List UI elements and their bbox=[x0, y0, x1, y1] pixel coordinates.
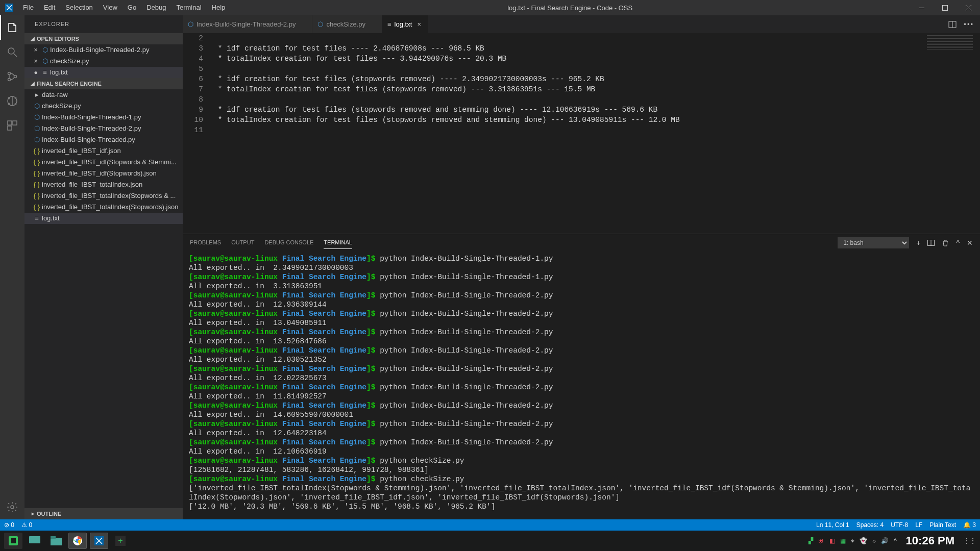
kill-terminal-icon[interactable] bbox=[942, 239, 949, 246]
terminal-selector[interactable]: 1: bash bbox=[838, 237, 909, 248]
open-editors-section[interactable]: ◢ OPEN EDITORS bbox=[24, 33, 183, 44]
file-label: inverted_file_IBST_idf(Stopwords & Stemm… bbox=[42, 157, 177, 168]
file-tree-item[interactable]: { }inverted_file_IBST_totalIndex(Stopwor… bbox=[24, 190, 183, 202]
editor-tab[interactable]: ⬡checkSize.py× bbox=[312, 15, 382, 33]
project-section[interactable]: ◢ FINAL SEARCH ENGINE bbox=[24, 78, 183, 89]
close-button[interactable] bbox=[957, 0, 980, 15]
add-workspace-icon[interactable]: + bbox=[111, 533, 130, 549]
maximize-panel-icon[interactable]: ^ bbox=[956, 239, 960, 247]
file-label: inverted_file_IBST_idf(Stopwords).json bbox=[42, 168, 157, 179]
close-icon[interactable]: × bbox=[32, 44, 40, 56]
svg-rect-25 bbox=[11, 538, 16, 543]
split-terminal-icon[interactable] bbox=[927, 239, 935, 246]
tray-network-icon[interactable]: ⟐ bbox=[872, 537, 876, 544]
file-tree-item[interactable]: ▸data-raw bbox=[24, 89, 183, 101]
status-cursor[interactable]: Ln 11, Col 1 bbox=[816, 521, 849, 529]
open-editor-item[interactable]: ●≡log.txt bbox=[24, 67, 183, 78]
editor-tab[interactable]: ≡log.txt× bbox=[382, 15, 429, 33]
editor-content[interactable]: 234567891011 * idf creation for test fil… bbox=[183, 33, 980, 234]
tray-update-icon[interactable]: ◧ bbox=[829, 537, 835, 544]
panel-tab-problems[interactable]: PROBLEMS bbox=[190, 236, 221, 249]
menu-view[interactable]: View bbox=[98, 0, 122, 15]
svg-rect-2 bbox=[942, 5, 947, 10]
file-manager-icon[interactable] bbox=[47, 533, 65, 549]
desktop-icon[interactable] bbox=[26, 533, 44, 549]
tray-grid-icon[interactable]: ▦ bbox=[840, 537, 846, 544]
menu-help[interactable]: Help bbox=[207, 0, 231, 15]
maximize-button[interactable] bbox=[933, 0, 957, 15]
close-icon[interactable]: × bbox=[415, 20, 423, 28]
menu-selection[interactable]: Selection bbox=[60, 0, 97, 15]
split-editor-icon[interactable] bbox=[948, 20, 957, 29]
close-icon[interactable]: × bbox=[32, 56, 40, 67]
settings-icon[interactable] bbox=[0, 495, 24, 519]
more-actions-icon[interactable]: ••• bbox=[964, 20, 974, 28]
status-notifications[interactable]: 🔔 3 bbox=[963, 521, 976, 529]
start-menu-icon[interactable] bbox=[4, 533, 22, 549]
status-encoding[interactable]: UTF-8 bbox=[891, 521, 908, 529]
tray-volume-icon[interactable]: 🔊 bbox=[881, 537, 889, 544]
file-tree-item[interactable]: { }inverted_file_IBST_totalIndex(Stopwor… bbox=[24, 202, 183, 213]
code-body[interactable]: * idf creation for test files ---- 2.406… bbox=[213, 33, 980, 234]
minimap[interactable] bbox=[927, 35, 973, 51]
tray-manjaro-icon[interactable]: ▞ bbox=[808, 537, 813, 544]
panel-tab-output[interactable]: OUTPUT bbox=[231, 236, 254, 249]
outline-label: OUTLINE bbox=[37, 508, 61, 519]
search-icon[interactable] bbox=[0, 40, 24, 64]
extensions-icon[interactable] bbox=[0, 113, 24, 138]
panel-tab-debug-console[interactable]: DEBUG CONSOLE bbox=[264, 236, 313, 249]
json-icon: { } bbox=[32, 145, 42, 157]
file-tree-item[interactable]: ≡log.txt bbox=[24, 213, 183, 224]
source-control-icon[interactable] bbox=[0, 64, 24, 89]
file-label: checkSize.py bbox=[42, 101, 81, 112]
close-panel-icon[interactable]: ✕ bbox=[967, 239, 973, 247]
bottom-panel: PROBLEMSOUTPUTDEBUG CONSOLETERMINAL 1: b… bbox=[183, 234, 980, 519]
file-tree-item[interactable]: { }inverted_file_IBST_totalIndex.json bbox=[24, 179, 183, 190]
status-eol[interactable]: LF bbox=[915, 521, 922, 529]
svg-rect-26 bbox=[29, 536, 40, 543]
svg-point-19 bbox=[11, 506, 14, 509]
file-tree-item[interactable]: ⬡Index-Build-Single-Threaded-2.py bbox=[24, 123, 183, 134]
tray-shield-icon[interactable]: ⛨ bbox=[818, 537, 824, 544]
menu-edit[interactable]: Edit bbox=[39, 0, 60, 15]
dirty-indicator-icon[interactable]: ● bbox=[32, 67, 40, 78]
file-tree-item[interactable]: { }inverted_file_IBST_idf.json bbox=[24, 145, 183, 157]
tray-bluetooth-icon[interactable]: ⌖ bbox=[851, 537, 854, 544]
file-tree-item[interactable]: ⬡Index-Build-Single-Threaded.py bbox=[24, 134, 183, 145]
menu-go[interactable]: Go bbox=[122, 0, 141, 15]
vscode-icon[interactable] bbox=[90, 533, 108, 549]
window-controls bbox=[910, 0, 980, 15]
status-spaces[interactable]: Spaces: 4 bbox=[856, 521, 884, 529]
terminal-body[interactable]: [saurav@saurav-linux Final Search Engine… bbox=[183, 251, 980, 519]
menu-terminal[interactable]: Terminal bbox=[171, 0, 206, 15]
file-tree-item[interactable]: { }inverted_file_IBST_idf(Stopwords & St… bbox=[24, 157, 183, 168]
tray-ghost-icon[interactable]: 👻 bbox=[860, 537, 867, 544]
status-warnings[interactable]: ⚠ 0 bbox=[21, 521, 32, 529]
panel-tab-terminal[interactable]: TERMINAL bbox=[324, 236, 352, 249]
debug-icon[interactable] bbox=[0, 89, 24, 113]
outline-section[interactable]: ▸ OUTLINE bbox=[24, 508, 183, 519]
open-editor-item[interactable]: ×⬡Index-Build-Single-Threaded-2.py bbox=[24, 44, 183, 56]
status-language[interactable]: Plain Text bbox=[929, 521, 956, 529]
clock[interactable]: 10:26 PM bbox=[902, 534, 959, 547]
chrome-icon[interactable] bbox=[68, 533, 87, 549]
minimize-button[interactable] bbox=[910, 0, 933, 15]
new-terminal-icon[interactable]: + bbox=[916, 239, 920, 247]
menu-file[interactable]: File bbox=[18, 0, 39, 15]
system-tray: ▞ ⛨ ◧ ▦ ⌖ 👻 ⟐ 🔊 ^ 10:26 PM ⋮⋮ bbox=[808, 534, 976, 547]
file-tree-item[interactable]: ⬡checkSize.py bbox=[24, 101, 183, 112]
open-editor-item[interactable]: ×⬡checkSize.py bbox=[24, 56, 183, 67]
editor-tab[interactable]: ⬡Index-Build-Single-Threaded-2.py× bbox=[183, 15, 312, 33]
json-icon: { } bbox=[32, 202, 42, 213]
text-icon: ≡ bbox=[32, 213, 42, 224]
file-tree-item[interactable]: ⬡Index-Build-Single-Threaded-1.py bbox=[24, 112, 183, 123]
tray-menu-icon[interactable]: ⋮⋮ bbox=[964, 537, 976, 544]
text-icon: ≡ bbox=[40, 67, 50, 78]
tab-label: checkSize.py bbox=[326, 20, 365, 28]
status-errors[interactable]: ⊘ 0 bbox=[4, 521, 14, 529]
file-tree-item[interactable]: { }inverted_file_IBST_idf(Stopwords).jso… bbox=[24, 168, 183, 179]
chevron-down-icon: ◢ bbox=[29, 78, 37, 89]
tray-chevron-icon[interactable]: ^ bbox=[894, 537, 897, 544]
explorer-icon[interactable] bbox=[0, 15, 24, 40]
menu-debug[interactable]: Debug bbox=[141, 0, 171, 15]
